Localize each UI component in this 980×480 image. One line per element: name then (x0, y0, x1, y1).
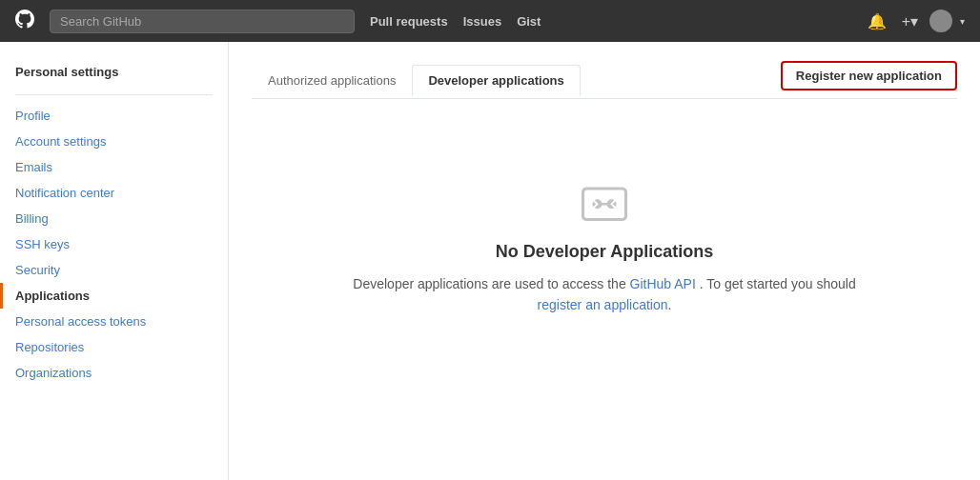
sidebar: Personal settings Profile Account settin… (0, 42, 229, 480)
empty-desc-middle: . To get started you should (700, 276, 856, 291)
sidebar-item-billing[interactable]: Billing (0, 206, 228, 231)
empty-desc-before: Developer applications are used to acces… (353, 276, 629, 291)
topnav-right: 🔔 +▾ ▾ (864, 10, 965, 32)
avatar-chevron-icon: ▾ (960, 16, 965, 27)
avatar[interactable] (929, 10, 952, 32)
gist-link[interactable]: Gist (517, 14, 541, 29)
tab-authorized-applications[interactable]: Authorized applications (252, 65, 412, 96)
page-layout: Personal settings Profile Account settin… (0, 42, 980, 480)
main-content: Authorized applications Developer applic… (229, 42, 980, 480)
sidebar-item-ssh-keys[interactable]: SSH keys (0, 231, 228, 257)
search-bar[interactable] (50, 10, 355, 33)
register-new-application-button[interactable]: Register new application (781, 61, 957, 90)
tabs-row: Authorized applications Developer applic… (252, 61, 957, 99)
sidebar-item-profile[interactable]: Profile (0, 103, 228, 129)
sidebar-item-notification-center[interactable]: Notification center (0, 180, 228, 206)
github-api-link[interactable]: GitHub API (630, 276, 696, 291)
sidebar-item-account-settings[interactable]: Account settings (0, 129, 228, 154)
plus-menu-button[interactable]: +▾ (898, 12, 922, 30)
issues-link[interactable]: Issues (463, 14, 501, 29)
sidebar-item-personal-access-tokens[interactable]: Personal access tokens (0, 309, 228, 334)
tab-developer-applications[interactable]: Developer applications (412, 65, 580, 96)
sidebar-heading: Personal settings (0, 61, 228, 87)
notifications-icon[interactable]: 🔔 (864, 12, 890, 30)
empty-description: Developer applications are used to acces… (271, 273, 938, 316)
nav-links: Pull requests Issues Gist (370, 14, 541, 29)
sidebar-item-security[interactable]: Security (0, 257, 228, 283)
sidebar-divider-top (15, 94, 213, 95)
sidebar-item-emails[interactable]: Emails (0, 154, 228, 180)
sidebar-item-repositories[interactable]: Repositories (0, 334, 228, 360)
register-application-link[interactable]: register an application (538, 297, 668, 312)
empty-title: No Developer Applications (271, 242, 938, 262)
search-input[interactable] (50, 10, 355, 33)
sidebar-item-applications[interactable]: Applications (0, 283, 228, 309)
pull-requests-link[interactable]: Pull requests (370, 14, 448, 29)
developer-apps-icon (581, 179, 628, 227)
empty-desc-after: . (668, 297, 672, 312)
top-navigation: Pull requests Issues Gist 🔔 +▾ ▾ (0, 0, 980, 42)
github-logo-icon (15, 10, 34, 33)
empty-state: No Developer Applications Developer appl… (252, 122, 957, 354)
sidebar-item-organizations[interactable]: Organizations (0, 360, 228, 386)
